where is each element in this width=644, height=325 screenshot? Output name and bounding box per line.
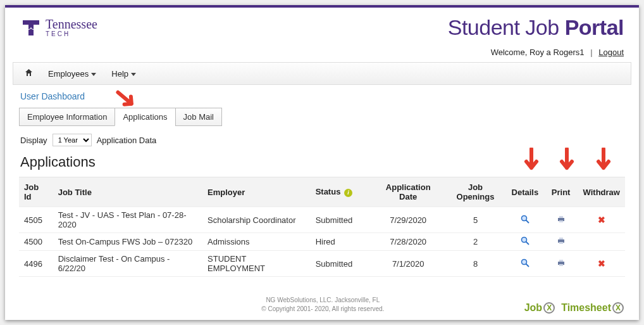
brand-logo-text: Tennessee TECH	[46, 18, 97, 38]
cell-appdate: 7/1/2020	[371, 251, 445, 277]
col-header-status[interactable]: Status i	[311, 177, 372, 207]
display-range-select[interactable]: 1 Year	[53, 134, 92, 146]
cell-details	[506, 233, 544, 251]
x-circle-icon: X	[543, 302, 555, 314]
svg-rect-6	[559, 220, 563, 222]
cell-jobid: 4500	[19, 233, 53, 251]
cell-status: Hired	[311, 233, 372, 251]
cell-employer: Admissions	[202, 233, 311, 251]
cell-status: Submitted	[311, 251, 372, 277]
breadcrumb-text: User Dashboard	[20, 91, 85, 101]
cell-openings: 8	[445, 251, 506, 277]
welcome-sep: |	[590, 48, 592, 57]
details-icon[interactable]	[521, 236, 529, 245]
cell-withdraw: ✖	[578, 251, 625, 277]
cell-appdate: 7/29/2020	[371, 207, 445, 233]
cell-jobtitle: Test - JV - UAS - Test Plan - 07-28-2020	[53, 207, 202, 233]
cell-employer: STUDENT EMPLOYMENT	[202, 251, 311, 277]
cell-openings: 5	[445, 207, 506, 233]
svg-rect-11	[559, 242, 563, 244]
x-circle-icon: X	[612, 302, 624, 314]
cell-withdraw: ✖	[578, 207, 625, 233]
footer-logos: JobX TimesheetX	[524, 302, 624, 314]
withdraw-icon[interactable]: ✖	[598, 215, 605, 225]
cell-jobid: 4505	[19, 207, 53, 233]
details-icon[interactable]	[521, 215, 529, 224]
jobx-logo[interactable]: JobX	[524, 302, 555, 314]
svg-rect-10	[559, 238, 563, 239]
nav-home[interactable]	[18, 65, 39, 82]
cell-jobid: 4496	[19, 251, 53, 277]
tab-job-mail[interactable]: Job Mail	[175, 108, 222, 126]
footer-line2: © Copyright 2001- 2020, All rights reser…	[121, 305, 524, 314]
svg-rect-5	[559, 216, 563, 218]
welcome-prefix: Welcome,	[491, 48, 529, 57]
col-header-openings[interactable]: Job Openings	[445, 177, 506, 207]
table-body: 4505 Test - JV - UAS - Test Plan - 07-28…	[19, 207, 625, 277]
nav-help[interactable]: Help	[105, 65, 142, 82]
col-header-print: Print	[544, 177, 578, 207]
display-label: Display	[20, 136, 47, 145]
col-header-employer[interactable]: Employer	[202, 177, 311, 207]
cell-jobtitle: Test On-Campus FWS Job – 072320	[53, 233, 202, 251]
welcome-user: Roy a Rogers1	[529, 48, 585, 57]
withdraw-icon[interactable]: ✖	[598, 258, 605, 269]
cell-details	[506, 207, 544, 233]
col-header-jobid[interactable]: Job Id	[19, 177, 53, 207]
brand-sub: TECH	[46, 31, 97, 38]
svg-point-2	[521, 215, 526, 220]
portal-title-pre: Student Job	[448, 15, 565, 39]
cell-withdraw	[578, 233, 625, 251]
table-row: 4496 Disclaimer Test - On Campus - 6/22/…	[19, 251, 625, 277]
table-row: 4505 Test - JV - UAS - Test Plan - 07-28…	[19, 207, 625, 233]
logout-link[interactable]: Logout	[598, 48, 624, 57]
col-header-appdate[interactable]: Application Date	[371, 177, 445, 207]
applications-table-zone: Job Id Job Title Employer Status i Appli…	[5, 177, 639, 277]
display-suffix: Application Data	[97, 136, 157, 145]
cell-print	[544, 207, 578, 233]
cell-print	[544, 251, 578, 277]
print-icon[interactable]	[557, 215, 566, 224]
print-icon[interactable]	[557, 258, 566, 267]
tab-applications[interactable]: Applications	[115, 108, 175, 126]
app-frame: Tennessee TECH Student Job Portal Welcom…	[5, 5, 639, 320]
cell-openings: 2	[445, 233, 506, 251]
print-icon[interactable]	[557, 236, 566, 245]
footer-text: NG WebSolutions, LLC. Jacksonville, FL ©…	[121, 296, 524, 314]
nav-employees-label: Employees	[48, 69, 89, 79]
info-icon[interactable]: i	[344, 189, 352, 197]
navbar: Employees Help	[13, 62, 631, 85]
details-icon[interactable]	[521, 258, 529, 267]
welcome-row: Welcome, Roy a Rogers1 | Logout	[5, 45, 639, 60]
header: Tennessee TECH Student Job Portal	[5, 8, 639, 45]
brand-logo: Tennessee TECH	[20, 17, 97, 39]
tab-employee-information[interactable]: Employee Information	[19, 108, 115, 126]
timesheetx-logo-text: Timesheet	[561, 302, 611, 314]
svg-line-3	[526, 220, 529, 223]
nav-help-label: Help	[111, 69, 128, 79]
home-icon	[25, 69, 33, 79]
applications-table: Job Id Job Title Employer Status i Appli…	[19, 177, 625, 277]
cell-print	[544, 233, 578, 251]
col-header-details: Details	[506, 177, 544, 207]
tab-row: Employee Information Applications Job Ma…	[5, 108, 639, 126]
brand-logo-mark	[20, 17, 42, 39]
nav-employees[interactable]: Employees	[42, 65, 102, 82]
col-header-status-text: Status	[316, 187, 341, 196]
footer-line1: NG WebSolutions, LLC. Jacksonville, FL	[121, 296, 524, 305]
col-header-withdraw: Withdraw	[578, 177, 625, 207]
timesheetx-logo[interactable]: TimesheetX	[561, 302, 624, 314]
portal-title-bold: Portal	[565, 15, 624, 39]
caret-down-icon	[131, 73, 136, 76]
cell-employer: Scholarship Coordinator	[202, 207, 311, 233]
cell-jobtitle: Disclaimer Test - On Campus - 6/22/20	[53, 251, 202, 277]
svg-rect-16	[559, 264, 563, 266]
svg-rect-15	[559, 260, 563, 262]
display-row: Display 1 Year Application Data	[5, 126, 639, 149]
col-header-jobtitle[interactable]: Job Title	[53, 177, 202, 207]
svg-point-7	[521, 238, 526, 243]
breadcrumb[interactable]: User Dashboard	[5, 85, 639, 105]
section-title: Applications	[5, 149, 639, 177]
table-row: 4500 Test On-Campus FWS Job – 072320 Adm…	[19, 233, 625, 251]
svg-line-13	[526, 264, 529, 267]
